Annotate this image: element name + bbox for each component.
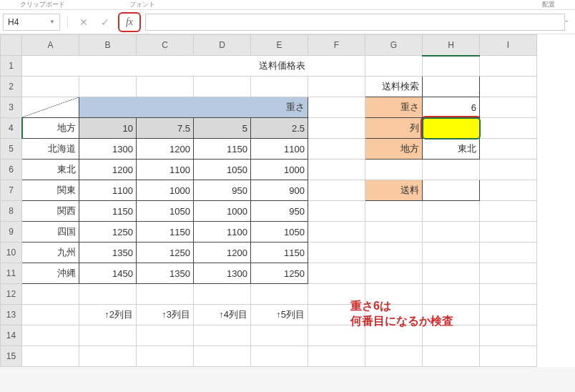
cell-I6[interactable] bbox=[480, 160, 537, 180]
cell-B15[interactable] bbox=[79, 346, 137, 367]
cell-F9[interactable] bbox=[308, 222, 365, 242]
cell-H11[interactable] bbox=[423, 263, 480, 284]
cell-E14[interactable] bbox=[251, 325, 308, 346]
cell-I15[interactable] bbox=[480, 346, 537, 367]
name-box-dropdown[interactable]: ▼ bbox=[49, 19, 55, 25]
cell-I2[interactable] bbox=[480, 77, 537, 97]
cell-B6[interactable]: 1200 bbox=[79, 160, 137, 180]
row-header-4[interactable]: 4 bbox=[1, 118, 22, 139]
cell-D11[interactable]: 1300 bbox=[194, 263, 251, 284]
cell-C10[interactable]: 1250 bbox=[137, 242, 194, 263]
cell-F15[interactable] bbox=[308, 346, 365, 367]
cell-F2[interactable] bbox=[308, 77, 365, 97]
cell-C6[interactable]: 1100 bbox=[137, 160, 194, 180]
cell-I3[interactable] bbox=[480, 97, 537, 118]
cell-A2[interactable] bbox=[22, 77, 79, 97]
cell-A13[interactable] bbox=[22, 305, 79, 325]
cell-E11[interactable]: 1250 bbox=[251, 263, 308, 284]
cell-C11[interactable]: 1350 bbox=[137, 263, 194, 284]
cell-I4[interactable] bbox=[480, 118, 537, 139]
insert-function-button[interactable]: fx bbox=[121, 14, 138, 30]
name-box[interactable]: H4 ▼ bbox=[3, 14, 60, 31]
cell-H7[interactable] bbox=[423, 180, 480, 201]
cell-F10[interactable] bbox=[308, 242, 365, 263]
cell-H2[interactable] bbox=[423, 77, 480, 97]
cell-H9[interactable] bbox=[423, 222, 480, 242]
cell-F7[interactable] bbox=[308, 180, 365, 201]
cell-G3[interactable]: 重さ bbox=[365, 97, 423, 118]
cell-I13[interactable] bbox=[480, 305, 537, 325]
cell-C12[interactable] bbox=[137, 284, 194, 305]
cell-C7[interactable]: 1000 bbox=[137, 180, 194, 201]
cell-D5[interactable]: 1150 bbox=[194, 139, 251, 160]
cell-G8[interactable] bbox=[365, 201, 423, 222]
row-header-5[interactable]: 5 bbox=[1, 139, 22, 160]
row-header-9[interactable]: 9 bbox=[1, 222, 22, 242]
cell-B7[interactable]: 1100 bbox=[79, 180, 137, 201]
cell-A3-diagonal[interactable] bbox=[22, 97, 79, 118]
cell-F4[interactable] bbox=[308, 118, 365, 139]
cell-H6[interactable] bbox=[423, 160, 480, 180]
row-header-3[interactable]: 3 bbox=[1, 97, 22, 118]
cell-C5[interactable]: 1200 bbox=[137, 139, 194, 160]
cell-F8[interactable] bbox=[308, 201, 365, 222]
cell-A12[interactable] bbox=[22, 284, 79, 305]
cell-E12[interactable] bbox=[251, 284, 308, 305]
cell-A14[interactable] bbox=[22, 325, 79, 346]
cell-F6[interactable] bbox=[308, 160, 365, 180]
cell-H15[interactable] bbox=[423, 346, 480, 367]
cell-D13[interactable]: ↑4列目 bbox=[194, 305, 251, 325]
cell-I10[interactable] bbox=[480, 242, 537, 263]
col-header-G[interactable]: G bbox=[365, 35, 423, 56]
cell-H8[interactable] bbox=[423, 201, 480, 222]
cell-F1[interactable] bbox=[308, 56, 365, 77]
cell-G15[interactable] bbox=[365, 346, 423, 367]
cell-E4[interactable]: 2.5 bbox=[251, 118, 308, 139]
cell-B13[interactable]: ↑2列目 bbox=[79, 305, 137, 325]
cell-A10[interactable]: 九州 bbox=[22, 242, 79, 263]
col-header-H[interactable]: H bbox=[423, 35, 480, 56]
col-header-E[interactable]: E bbox=[251, 35, 308, 56]
cell-H3[interactable]: 6 bbox=[423, 97, 480, 118]
cell-G5[interactable]: 地方 bbox=[365, 139, 423, 160]
row-header-7[interactable]: 7 bbox=[1, 180, 22, 201]
cell-G10[interactable] bbox=[365, 242, 423, 263]
cell-A15[interactable] bbox=[22, 346, 79, 367]
cell-B9[interactable]: 1250 bbox=[79, 222, 137, 242]
cell-D6[interactable]: 1050 bbox=[194, 160, 251, 180]
row-header-11[interactable]: 11 bbox=[1, 263, 22, 284]
row-header-12[interactable]: 12 bbox=[1, 284, 22, 305]
cancel-icon[interactable] bbox=[75, 14, 92, 30]
cell-E2[interactable] bbox=[251, 77, 308, 97]
cell-A8[interactable]: 関西 bbox=[22, 201, 79, 222]
cell-H1[interactable] bbox=[423, 56, 480, 77]
cell-D12[interactable] bbox=[194, 284, 251, 305]
cell-D7[interactable]: 950 bbox=[194, 180, 251, 201]
enter-icon[interactable] bbox=[97, 14, 114, 30]
col-header-C[interactable]: C bbox=[137, 35, 194, 56]
row-header-2[interactable]: 2 bbox=[1, 77, 22, 97]
col-header-I[interactable]: I bbox=[480, 35, 537, 56]
cell-F5[interactable] bbox=[308, 139, 365, 160]
cell-B4[interactable]: 10 bbox=[79, 118, 137, 139]
cell-E10[interactable]: 1150 bbox=[251, 242, 308, 263]
cell-I1[interactable] bbox=[480, 56, 537, 77]
cell-E6[interactable]: 1000 bbox=[251, 160, 308, 180]
cell-I11[interactable] bbox=[480, 263, 537, 284]
cell-H4-active[interactable] bbox=[423, 118, 480, 139]
cell-G1[interactable] bbox=[365, 56, 423, 77]
cell-I7[interactable] bbox=[480, 180, 537, 201]
formula-expand-icon[interactable]: ⌄ bbox=[564, 16, 569, 24]
row-header-6[interactable]: 6 bbox=[1, 160, 22, 180]
cell-A4[interactable]: 地方 bbox=[22, 118, 79, 139]
cell-B10[interactable]: 1350 bbox=[79, 242, 137, 263]
cell-E8[interactable]: 950 bbox=[251, 201, 308, 222]
col-header-A[interactable]: A bbox=[22, 35, 79, 56]
cell-C13[interactable]: ↑3列目 bbox=[137, 305, 194, 325]
cell-D15[interactable] bbox=[194, 346, 251, 367]
cell-H5[interactable]: 東北 bbox=[423, 139, 480, 160]
col-header-D[interactable]: D bbox=[194, 35, 251, 56]
cell-I12[interactable] bbox=[480, 284, 537, 305]
cell-F3[interactable] bbox=[308, 97, 365, 118]
cell-E15[interactable] bbox=[251, 346, 308, 367]
